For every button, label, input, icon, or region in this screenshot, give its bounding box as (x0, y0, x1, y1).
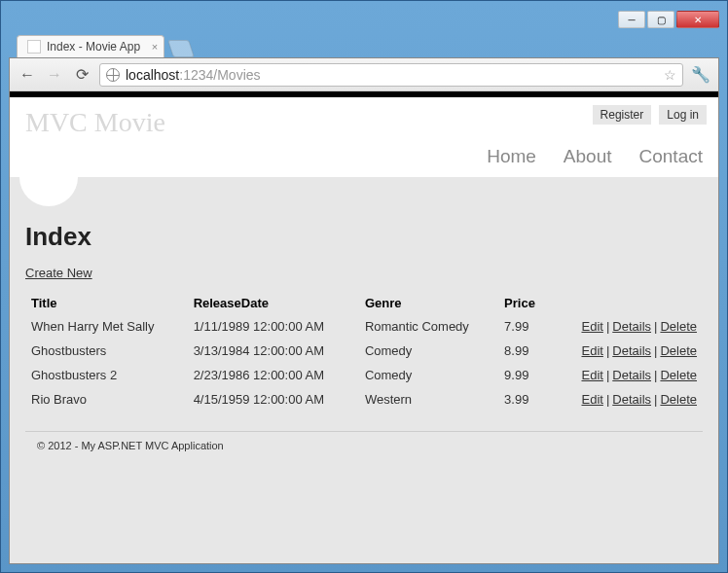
col-title: Title (25, 292, 188, 314)
col-price: Price (498, 292, 550, 314)
nav-contact[interactable]: Contact (639, 146, 703, 167)
table-row: Ghostbusters3/13/1984 12:00:00 AMComedy8… (25, 339, 703, 363)
col-release: ReleaseDate (188, 292, 359, 314)
col-actions (550, 292, 703, 314)
browser-tab[interactable]: Index - Movie App × (17, 35, 164, 57)
cell-actions: Edit|Details|Delete (550, 363, 703, 387)
url-path: :1234/Movies (179, 67, 260, 83)
main-nav: Home About Contact (25, 146, 703, 177)
register-link[interactable]: Register (593, 105, 652, 125)
maximize-button[interactable]: ▢ (647, 11, 674, 28)
col-genre: Genre (359, 292, 498, 314)
edit-link[interactable]: Edit (581, 392, 602, 407)
window-titlebar: ─ ▢ ✕ (9, 9, 719, 30)
site-header: Register Log in MVC Movie Home About Con… (10, 97, 718, 177)
edit-link[interactable]: Edit (581, 319, 602, 334)
url-host: localhost (126, 67, 179, 83)
header-circle-decoration (19, 148, 78, 206)
login-link[interactable]: Log in (659, 105, 707, 125)
cell-price: 8.99 (498, 339, 550, 363)
favicon-icon (27, 40, 41, 54)
table-row: Ghostbusters 22/23/1986 12:00:00 AMComed… (25, 363, 703, 387)
tab-title: Index - Movie App (47, 40, 140, 54)
cell-title: Rio Bravo (25, 387, 188, 412)
tab-close-icon[interactable]: × (152, 41, 158, 53)
cell-release: 4/15/1959 12:00:00 AM (188, 387, 359, 412)
main-content: Index Create New Title ReleaseDate Genre… (10, 177, 718, 483)
auth-links: Register Log in (593, 105, 707, 125)
cell-price: 9.99 (498, 363, 550, 387)
globe-icon (106, 68, 120, 82)
delete-link[interactable]: Delete (660, 392, 697, 407)
cell-title: Ghostbusters (25, 339, 188, 363)
edit-link[interactable]: Edit (581, 368, 602, 382)
nav-about[interactable]: About (564, 146, 612, 167)
cell-price: 7.99 (498, 314, 550, 339)
cell-title: When Harry Met Sally (25, 314, 188, 339)
delete-link[interactable]: Delete (660, 343, 697, 358)
settings-wrench-icon[interactable]: 🔧 (691, 65, 710, 84)
details-link[interactable]: Details (612, 319, 651, 334)
details-link[interactable]: Details (612, 368, 651, 382)
cell-genre: Romantic Comedy (359, 314, 498, 339)
cell-release: 1/11/1989 12:00:00 AM (188, 314, 359, 339)
browser-toolbar: ← → ⟳ localhost:1234/Movies ☆ 🔧 (10, 58, 718, 91)
edit-link[interactable]: Edit (581, 343, 602, 358)
cell-release: 2/23/1986 12:00:00 AM (188, 363, 359, 387)
close-button[interactable]: ✕ (676, 11, 719, 28)
site-footer: © 2012 - My ASP.NET MVC Application (25, 431, 703, 459)
forward-button[interactable]: → (45, 65, 64, 85)
cell-genre: Western (359, 387, 498, 412)
table-row: Rio Bravo4/15/1959 12:00:00 AMWestern3.9… (25, 387, 703, 412)
bookmark-star-icon[interactable]: ☆ (664, 67, 676, 83)
cell-actions: Edit|Details|Delete (550, 339, 703, 363)
page-title: Index (25, 222, 703, 252)
movies-table: Title ReleaseDate Genre Price When Harry… (25, 292, 703, 412)
new-tab-button[interactable] (167, 40, 195, 57)
cell-title: Ghostbusters 2 (25, 363, 188, 387)
delete-link[interactable]: Delete (660, 319, 697, 334)
reload-button[interactable]: ⟳ (72, 65, 91, 85)
create-new-link[interactable]: Create New (25, 266, 92, 280)
browser-window: ─ ▢ ✕ Index - Movie App × ← → ⟳ localhos… (0, 0, 728, 573)
table-row: When Harry Met Sally1/11/1989 12:00:00 A… (25, 314, 703, 339)
back-button[interactable]: ← (18, 65, 37, 85)
cell-actions: Edit|Details|Delete (550, 314, 703, 339)
cell-actions: Edit|Details|Delete (550, 387, 703, 412)
delete-link[interactable]: Delete (660, 368, 697, 382)
cell-release: 3/13/1984 12:00:00 AM (188, 339, 359, 363)
cell-genre: Comedy (359, 339, 498, 363)
minimize-button[interactable]: ─ (618, 11, 645, 28)
address-bar[interactable]: localhost:1234/Movies ☆ (99, 63, 683, 87)
page-body: Register Log in MVC Movie Home About Con… (10, 91, 718, 563)
table-header-row: Title ReleaseDate Genre Price (25, 292, 703, 314)
details-link[interactable]: Details (612, 392, 651, 407)
cell-genre: Comedy (359, 363, 498, 387)
browser-viewport: ← → ⟳ localhost:1234/Movies ☆ 🔧 Register… (9, 57, 719, 564)
cell-price: 3.99 (498, 387, 550, 412)
tab-strip: Index - Movie App × (9, 30, 719, 57)
nav-home[interactable]: Home (487, 146, 536, 167)
details-link[interactable]: Details (612, 343, 651, 358)
